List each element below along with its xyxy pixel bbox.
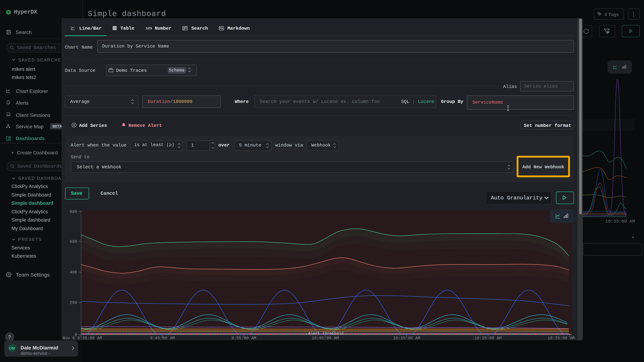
svg-text:9:55:00 AM: 9:55:00 AM bbox=[232, 336, 256, 341]
svg-text:10:35:00 AM: 10:35:00 AM bbox=[548, 336, 575, 341]
svg-text:800: 800 bbox=[70, 210, 77, 214]
svg-text:Nov 6 9:35:00 AM: Nov 6 9:35:00 AM bbox=[62, 336, 102, 341]
svg-text:600: 600 bbox=[70, 239, 77, 244]
svg-text:10:25:00 AM: 10:25:00 AM bbox=[474, 336, 502, 341]
svg-text:10:05:00 AM: 10:05:00 AM bbox=[312, 336, 339, 341]
svg-text:Alert Threshold: Alert Threshold bbox=[308, 331, 344, 336]
svg-text:10:15:00 AM: 10:15:00 AM bbox=[393, 336, 420, 341]
svg-text:400: 400 bbox=[70, 270, 77, 275]
svg-text:9:45:00 AM: 9:45:00 AM bbox=[150, 336, 175, 341]
svg-text:200: 200 bbox=[70, 301, 77, 305]
